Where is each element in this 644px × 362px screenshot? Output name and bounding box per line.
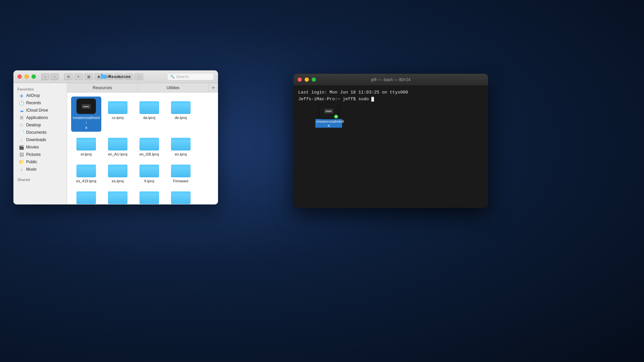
- sidebar-item-recents[interactable]: 🕐 Recents: [15, 99, 65, 107]
- drag-item[interactable]: exec + createinstallmedia: [315, 104, 342, 128]
- sidebar-item-public[interactable]: 📁 Public: [15, 158, 65, 166]
- drag-exec-label: exec: [324, 109, 333, 113]
- sidebar-item-airdrop[interactable]: ◈ AirDrop: [15, 92, 65, 99]
- sidebar-item-applications[interactable]: ⌘ Applications: [15, 114, 65, 121]
- file-item-firmware[interactable]: Firmware: [166, 160, 196, 185]
- file-label-en-gb: en_GB.lproj: [140, 152, 159, 157]
- view-icon-columns[interactable]: ▦: [84, 73, 93, 80]
- tab-resources[interactable]: Resources: [67, 83, 138, 92]
- folder-icon-fr: [108, 189, 127, 204]
- finder-window-title: Resources: [101, 74, 130, 79]
- add-tab-button[interactable]: +: [209, 83, 218, 92]
- close-button[interactable]: [17, 74, 22, 79]
- sidebar-recents-label: Recents: [26, 101, 41, 105]
- terminal-minimize-button[interactable]: [305, 77, 309, 82]
- drag-item-label: createinstallmedia: [315, 119, 342, 128]
- sidebar-public-label: Public: [26, 160, 37, 164]
- file-label-cs: cs.lproj: [112, 115, 124, 120]
- file-item-fr-ca[interactable]: fr_CA.lproj: [71, 187, 101, 204]
- terminal-close-button[interactable]: [298, 77, 302, 82]
- folder-icon-cs: [108, 99, 127, 114]
- maximize-button[interactable]: [32, 74, 36, 79]
- finder-body: Favorites ◈ AirDrop 🕐 Recents ☁ iCloud D…: [13, 83, 218, 204]
- sidebar-music-label: Music: [26, 167, 37, 172]
- file-label-firmware: Firmware: [173, 179, 189, 183]
- folder-icon-en-au: [108, 135, 127, 150]
- file-label-createinstallmedia: createinstallmedia: [72, 115, 100, 130]
- file-item-en-gb[interactable]: en_GB.lproj: [134, 133, 164, 159]
- file-label-de: de.lproj: [175, 115, 187, 120]
- file-label-en-au: en_AU.lproj: [108, 152, 127, 157]
- file-label-el: el.lproj: [81, 152, 92, 157]
- file-label-en: en.lproj: [175, 152, 187, 157]
- sidebar-downloads-label: Downloads: [26, 137, 46, 142]
- file-item-es-419[interactable]: es_419.lproj: [71, 160, 101, 185]
- airdrop-icon: ◈: [19, 93, 24, 98]
- tab-utilities[interactable]: Utilities: [138, 83, 209, 92]
- folder-icon-da: [140, 99, 159, 114]
- file-item-el[interactable]: el.lproj: [71, 133, 101, 159]
- file-item-es[interactable]: es.lproj: [103, 160, 133, 185]
- downloads-icon: ↓: [19, 137, 24, 142]
- file-item-he[interactable]: he.lproj: [134, 187, 164, 204]
- pics-icon: 🖼: [19, 152, 24, 157]
- sidebar-icloud-label: iCloud Drive: [26, 108, 48, 113]
- nav-buttons: ‹ ›: [41, 73, 59, 80]
- folder-icon-en: [171, 135, 191, 150]
- file-item-fr[interactable]: fr.lproj: [103, 187, 133, 204]
- terminal-cursor: [371, 97, 374, 102]
- file-item-fi[interactable]: fi.lproj: [134, 160, 164, 185]
- terminal-titlebar: jeff — -bash — 80×24: [293, 74, 488, 86]
- finder-window: ‹ › ⊞ ≡ ▦ ▣ ⊞▼ ⚙ ↑□ ⬚ Resources 🔍 Search…: [13, 70, 218, 204]
- sidebar-item-icloud[interactable]: ☁ iCloud Drive: [15, 107, 65, 114]
- exec-file-icon: exec: [76, 99, 96, 114]
- terminal-window-title: jeff — -bash — 80×24: [371, 77, 411, 82]
- file-label-da: da.lproj: [143, 115, 155, 120]
- search-box[interactable]: 🔍 Search: [167, 73, 214, 80]
- view-icon-grid[interactable]: ⊞: [64, 73, 73, 80]
- file-item-da[interactable]: da.lproj: [134, 97, 164, 132]
- file-item-en-au[interactable]: en_AU.lproj: [103, 133, 133, 159]
- file-item-createinstallmedia[interactable]: exec createinstallmedia: [71, 97, 101, 132]
- desktop-icon: □: [19, 122, 24, 128]
- sidebar-desktop-label: Desktop: [26, 123, 41, 127]
- recents-icon: 🕐: [19, 100, 24, 106]
- folder-icon-more1: [171, 189, 191, 204]
- sidebar-item-documents[interactable]: 📄 Documents: [15, 129, 65, 136]
- folder-icon-es-419: [76, 162, 96, 177]
- music-icon: ♪: [19, 167, 24, 172]
- movies-icon: 🎬: [19, 144, 24, 150]
- sidebar-airdrop-label: AirDrop: [26, 93, 40, 98]
- search-icon: 🔍: [170, 74, 175, 79]
- apps-icon: ⌘: [19, 115, 24, 120]
- file-label-es: es.lproj: [112, 179, 123, 183]
- folder-icon-es: [108, 162, 127, 177]
- file-area: Resources Utilities + exec createinstall…: [67, 83, 218, 204]
- sidebar-item-movies[interactable]: 🎬 Movies: [15, 143, 65, 151]
- view-icon-list[interactable]: ≡: [74, 73, 83, 80]
- folder-icon-el: [76, 135, 96, 150]
- forward-button[interactable]: ›: [51, 73, 59, 80]
- back-button[interactable]: ‹: [41, 73, 49, 80]
- sidebar-item-downloads[interactable]: ↓ Downloads: [15, 136, 65, 143]
- folder-icon-fr-ca: [76, 189, 96, 204]
- tag-button[interactable]: ⬚: [135, 73, 143, 80]
- public-icon: 📁: [19, 159, 24, 165]
- minimize-button[interactable]: [24, 74, 29, 79]
- file-label-fi: fi.lproj: [144, 179, 154, 183]
- sidebar-shared-label: Shared: [13, 176, 67, 182]
- sidebar-item-desktop[interactable]: □ Desktop: [15, 121, 65, 129]
- folder-icon-en-gb: [140, 135, 159, 150]
- file-item-cs[interactable]: cs.lproj: [103, 97, 133, 132]
- sidebar-item-pictures[interactable]: 🖼 Pictures: [15, 151, 65, 158]
- sidebar-applications-label: Applications: [26, 115, 48, 120]
- folder-icon-firmware: [171, 162, 191, 177]
- terminal-maximize-button[interactable]: [312, 77, 316, 82]
- file-item-de[interactable]: de.lproj: [166, 97, 196, 132]
- terminal-window: jeff — -bash — 80×24 Last login: Mon Jun…: [293, 74, 488, 208]
- sidebar-pictures-label: Pictures: [26, 152, 41, 157]
- file-item-en[interactable]: en.lproj: [166, 133, 196, 159]
- file-item-more1[interactable]: [166, 187, 196, 204]
- terminal-line-2: Jeffs-iMac-Pro:~ jeff$ sudo: [298, 96, 483, 103]
- sidebar-item-music[interactable]: ♪ Music: [15, 166, 65, 173]
